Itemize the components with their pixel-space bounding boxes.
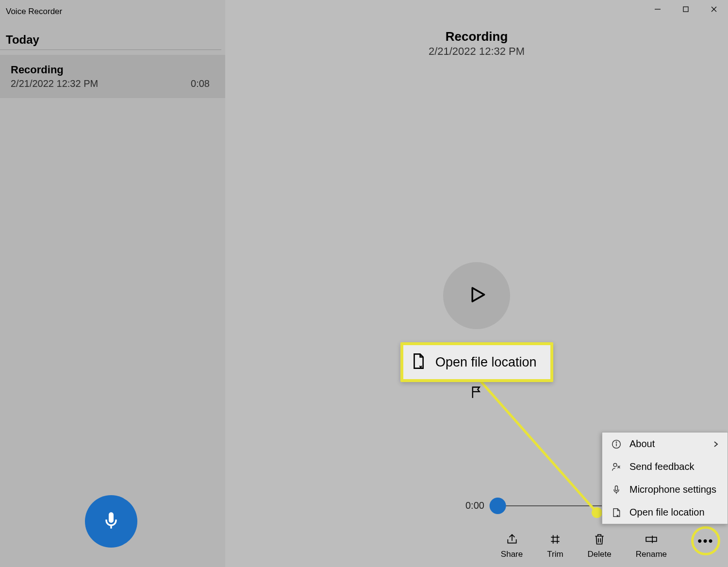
- sidebar: Voice Recorder Today Recording 2/21/2022…: [0, 0, 225, 567]
- more-context-menu: About Send feedback Microphone settings …: [602, 432, 728, 524]
- record-button[interactable]: [85, 495, 137, 548]
- menu-open-label: Open file location: [629, 507, 705, 518]
- microphone-icon: [101, 511, 121, 532]
- recording-list-item[interactable]: Recording 2/21/2022 12:32 PM 0:08: [0, 55, 225, 98]
- close-icon: [711, 6, 717, 15]
- svg-rect-1: [683, 7, 688, 12]
- info-icon: [611, 439, 622, 450]
- play-button[interactable]: [443, 262, 510, 329]
- file-location-icon: [411, 353, 426, 371]
- menu-feedback-label: Send feedback: [629, 461, 694, 472]
- callout-label: Open file location: [435, 355, 537, 370]
- callout-endpoint-dot: [592, 507, 602, 518]
- app-title: Voice Recorder: [0, 0, 225, 21]
- menu-mic-label: Microphone settings: [629, 484, 716, 495]
- trim-icon: [548, 532, 563, 547]
- menu-about-label: About: [629, 438, 655, 450]
- feedback-icon: [611, 462, 622, 472]
- menu-microphone-settings[interactable]: Microphone settings: [602, 478, 728, 501]
- recording-title: Recording: [225, 29, 728, 44]
- recording-item-duration: 0:08: [191, 78, 215, 89]
- rename-icon: [644, 532, 659, 547]
- menu-about[interactable]: About: [602, 433, 728, 455]
- close-button[interactable]: [700, 0, 728, 20]
- recording-item-date: 2/21/2022 12:32 PM: [11, 78, 98, 89]
- menu-open-file-location[interactable]: Open file location: [602, 501, 728, 524]
- rename-label: Rename: [636, 550, 667, 559]
- flag-icon: [470, 385, 483, 401]
- menu-send-feedback[interactable]: Send feedback: [602, 455, 728, 478]
- timeline-thumb[interactable]: [490, 498, 506, 514]
- recording-item-title: Recording: [11, 64, 215, 76]
- chevron-right-icon: [713, 438, 719, 450]
- minimize-icon: [654, 6, 661, 15]
- delete-icon: [592, 532, 607, 547]
- share-label: Share: [501, 550, 523, 559]
- share-icon: [505, 532, 519, 547]
- delete-button[interactable]: Delete: [588, 532, 612, 559]
- svg-point-9: [613, 463, 617, 467]
- recording-item-meta: 2/21/2022 12:32 PM 0:08: [11, 78, 215, 89]
- delete-label: Delete: [588, 550, 612, 559]
- window-controls: [644, 0, 728, 20]
- svg-rect-10: [615, 485, 618, 490]
- recording-datetime: 2/21/2022 12:32 PM: [225, 45, 728, 58]
- maximize-button[interactable]: [672, 0, 700, 20]
- timeline-current-time: 0:00: [465, 500, 484, 511]
- trim-button[interactable]: Trim: [547, 532, 563, 559]
- rename-button[interactable]: Rename: [636, 532, 667, 559]
- trim-label: Trim: [547, 550, 563, 559]
- microphone-settings-icon: [611, 484, 622, 495]
- more-button[interactable]: •••: [691, 526, 720, 555]
- maximize-icon: [682, 6, 689, 15]
- bottom-toolbar: Share Trim Delete Rename: [501, 526, 720, 559]
- sidebar-section-today: Today: [0, 21, 221, 50]
- svg-point-8: [616, 442, 616, 442]
- marker-button[interactable]: [467, 384, 486, 403]
- share-button[interactable]: Share: [501, 532, 523, 559]
- app-root: Voice Recorder Today Recording 2/21/2022…: [0, 0, 728, 567]
- callout-open-file-location: Open file location: [400, 342, 553, 382]
- play-icon: [466, 284, 487, 307]
- svg-rect-4: [646, 537, 657, 542]
- file-location-menu-icon: [611, 507, 622, 518]
- minimize-button[interactable]: [644, 0, 672, 20]
